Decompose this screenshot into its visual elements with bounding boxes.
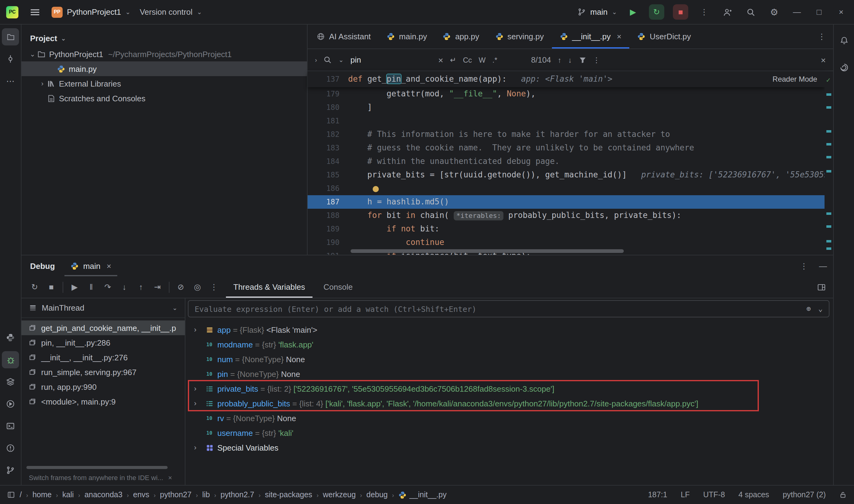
- search-match-mark[interactable]: [826, 143, 831, 145]
- search-match-mark[interactable]: [826, 130, 831, 132]
- lock-icon[interactable]: [839, 491, 847, 499]
- reader-mode-label[interactable]: Reader Mode: [773, 75, 817, 84]
- project-panel-header[interactable]: Project ⌄: [21, 30, 307, 47]
- variable-row-pin[interactable]: 10pin = {NoneType} None: [185, 366, 833, 381]
- variable-row-modname[interactable]: 10modname = {str} 'flask.app': [185, 337, 833, 352]
- regex-toggle[interactable]: .*: [492, 56, 497, 64]
- frame-row[interactable]: get_pin_and_cookie_name, __init__.p: [21, 321, 185, 335]
- caret-position[interactable]: 187:1: [648, 490, 667, 499]
- add-watch-icon[interactable]: ⊕: [806, 305, 811, 312]
- breadcrumb-item[interactable]: anaconda3: [85, 490, 123, 499]
- search-match-mark[interactable]: [826, 240, 831, 242]
- close-window-button[interactable]: ×: [834, 8, 848, 16]
- pause-button[interactable]: ‖: [83, 279, 99, 295]
- maximize-window-button[interactable]: □: [812, 8, 826, 16]
- search-match-mark[interactable]: [826, 170, 831, 173]
- run-button[interactable]: ▶: [625, 5, 640, 19]
- expand-chevron-icon[interactable]: ›: [194, 384, 203, 393]
- chevron-right-icon[interactable]: ›: [37, 80, 47, 87]
- step-into-button[interactable]: ↓: [116, 279, 133, 295]
- frame-row[interactable]: __init__, __init__.py:276: [21, 350, 185, 365]
- previous-match-icon[interactable]: ↑: [558, 56, 561, 64]
- version-control-menu[interactable]: Version control ⌄: [140, 7, 202, 17]
- match-case-toggle[interactable]: Cc: [463, 56, 472, 64]
- tab-UserDict.py[interactable]: UserDict.py: [629, 24, 699, 49]
- editor-scroll-stripe[interactable]: ✓: [824, 71, 833, 255]
- tree-item-main.py[interactable]: main.py: [21, 61, 307, 76]
- frame-row[interactable]: run, app.py:990: [21, 379, 185, 394]
- line-number[interactable]: 187: [308, 198, 348, 206]
- thread-selector[interactable]: MainThread ⌄: [21, 298, 185, 318]
- view-tab-Threads & Variables[interactable]: Threads & Variables: [226, 276, 312, 298]
- tool-strip-commit[interactable]: [2, 50, 19, 68]
- evaluate-expression-input[interactable]: Evaluate expression (Enter) or add a wat…: [188, 300, 830, 318]
- frame-row[interactable]: run_simple, serving.py:967: [21, 365, 185, 379]
- line-number[interactable]: 183: [308, 144, 348, 152]
- inspection-ok-icon[interactable]: ✓: [826, 77, 831, 84]
- next-match-icon[interactable]: ↓: [568, 56, 572, 64]
- frames-scrollbar[interactable]: [26, 466, 168, 469]
- search-match-mark[interactable]: [826, 93, 831, 96]
- expand-find-chevron-icon[interactable]: ›: [315, 56, 317, 63]
- variable-row-num[interactable]: 10num = {NoneType} None: [185, 352, 833, 366]
- breadcrumb-item[interactable]: kali: [62, 490, 74, 499]
- frame-row[interactable]: pin, __init__.py:286: [21, 335, 185, 350]
- tool-strip-ai-assistant[interactable]: [835, 59, 852, 76]
- tool-strip-problems[interactable]: [2, 439, 19, 457]
- project-widget[interactable]: PP PythonProject1 ⌄: [52, 6, 130, 18]
- search-icon[interactable]: [744, 5, 758, 19]
- search-history-chevron-icon[interactable]: ⌄: [339, 56, 344, 63]
- view-breakpoints-button[interactable]: ◎: [189, 279, 206, 295]
- code-lines[interactable]: 179 getattr(mod, "__file__", None),180 ]…: [308, 87, 824, 255]
- breadcrumb-item[interactable]: werkzeug: [323, 490, 356, 499]
- expand-chevron-icon[interactable]: ›: [194, 399, 203, 408]
- line-number[interactable]: 189: [308, 225, 348, 233]
- expand-chevron-icon[interactable]: ›: [194, 443, 203, 452]
- variable-row-rv[interactable]: 10rv = {NoneType} None: [185, 411, 833, 426]
- search-match-mark[interactable]: [826, 156, 831, 158]
- tool-strip-project[interactable]: [2, 28, 19, 46]
- variable-row-Special Variables[interactable]: ›Special Variables: [185, 440, 833, 455]
- newline-icon[interactable]: ↵: [450, 56, 456, 64]
- more-actions-icon[interactable]: ⋮: [697, 5, 712, 19]
- rerun-button[interactable]: ↻: [649, 4, 664, 20]
- interpreter-selector[interactable]: python27 (2): [783, 490, 826, 499]
- mute-breakpoints-button[interactable]: ⊘: [172, 279, 189, 295]
- breadcrumb-item[interactable]: lib: [202, 490, 210, 499]
- stop-button[interactable]: ■: [673, 4, 688, 20]
- rerun-button[interactable]: ↻: [26, 279, 43, 295]
- variable-row-username[interactable]: 10username = {str} 'kali': [185, 426, 833, 440]
- indent-setting[interactable]: 4 spaces: [739, 490, 769, 499]
- expand-chevron-icon[interactable]: ›: [194, 325, 203, 334]
- debug-session-tab[interactable]: main ×: [65, 255, 117, 276]
- view-tab-Console[interactable]: Console: [316, 276, 360, 298]
- breadcrumb-item[interactable]: site-packages: [265, 490, 312, 499]
- line-number[interactable]: 182: [308, 130, 348, 139]
- variable-row-private_bits[interactable]: ›private_bits = {list: 2} ['52236916767'…: [185, 381, 833, 396]
- dismiss-hint-icon[interactable]: ×: [168, 474, 172, 481]
- breadcrumb-item[interactable]: /: [20, 490, 22, 499]
- tab-AI Assistant[interactable]: AI Assistant: [309, 24, 379, 49]
- tree-item-Scratches and Consoles[interactable]: Scratches and Consoles: [21, 91, 307, 106]
- file-encoding[interactable]: UTF-8: [703, 490, 725, 499]
- tree-item-PythonProject1[interactable]: ⌄PythonProject1~/PycharmProjects/PythonP…: [21, 47, 307, 61]
- words-toggle[interactable]: W: [478, 56, 486, 64]
- minimize-window-button[interactable]: —: [790, 8, 804, 16]
- line-number[interactable]: 179: [308, 90, 348, 98]
- layout-settings-icon[interactable]: [817, 283, 826, 291]
- step-out-button[interactable]: ↑: [133, 279, 149, 295]
- tab-app.py[interactable]: app.py: [435, 24, 487, 49]
- tool-strip-run-tool[interactable]: [2, 395, 19, 413]
- close-icon[interactable]: ×: [107, 262, 111, 270]
- tool-strip-more-tool-windows[interactable]: ⋯: [2, 72, 19, 90]
- close-tab-icon[interactable]: ×: [617, 33, 621, 40]
- frame-row[interactable]: <module>, main.py:9: [21, 394, 185, 409]
- chevron-down-icon[interactable]: ⌄: [28, 50, 37, 58]
- line-number[interactable]: 180: [308, 103, 348, 112]
- breadcrumb-item[interactable]: python27: [160, 490, 192, 499]
- breadcrumb-item[interactable]: envs: [133, 490, 149, 499]
- close-find-icon[interactable]: ×: [821, 56, 826, 64]
- line-number[interactable]: 190: [308, 238, 348, 247]
- stop-button[interactable]: ■: [43, 279, 59, 295]
- intention-bulb-icon[interactable]: [373, 186, 379, 192]
